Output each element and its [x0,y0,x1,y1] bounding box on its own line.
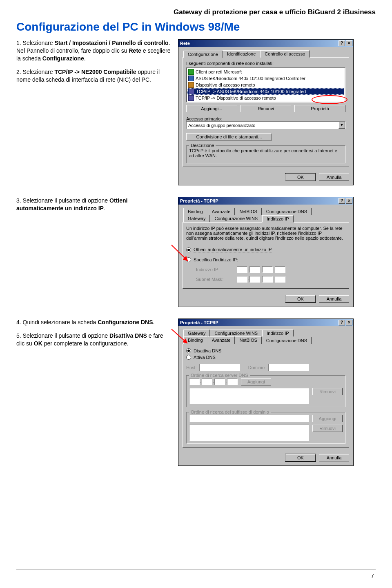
radio-icon [186,355,191,360]
mask-input: ... [237,276,285,283]
help-icon[interactable]: ? [339,40,345,46]
radio-disable-dns[interactable]: Disattiva DNS [186,347,345,354]
dns-search-label: Ordine di ricerca server DNS [189,373,250,378]
doc-header: Gateway di protezione per casa e ufficio… [16,8,376,16]
tab-netbios[interactable]: NetBIOS [235,336,261,344]
list-item[interactable]: Client per reti Microsoft [187,69,344,75]
dialog-tcpip-dns: Proprietà - TCP/IP ? × Gateway Configura… [178,318,354,466]
step1-bold2: Rete [129,47,141,54]
step4-text: 4. Quindi selezionare la scheda [16,319,98,325]
tab-gateway[interactable]: Gateway [183,330,210,336]
remove-button[interactable]: Rimuovi [241,105,292,112]
tab-indirizzo-ip[interactable]: Indirizzo IP [262,215,293,223]
remove-button: Rimuovi [312,425,343,432]
description-label: Descrizione [189,143,216,148]
dialog-title: Proprietà - TCP/IP [180,198,218,203]
mask-label: Subnet Mask: [196,277,233,282]
domain-label: Dominio: [248,365,266,370]
instructions-1: 1. Selezionare Start / Impostazioni / Pa… [16,39,172,185]
list-item[interactable]: Dispositivo di accesso remoto [187,82,344,88]
ok-button[interactable]: OK [285,454,316,461]
help-icon[interactable]: ? [339,198,345,204]
add-button: Aggiungi [312,415,343,422]
step2-bold: TCP/IP -> NE2000 Compatibile [54,69,136,75]
radio-specify-ip[interactable]: Specifica l'indirizzo IP: [186,256,345,263]
tab-conf-wins[interactable]: Configurazione WINS [210,330,262,336]
suffix-input [189,415,309,422]
domain-input [268,364,309,371]
page-rule [16,570,376,570]
radio-label: Attiva DNS [194,355,216,360]
list-item[interactable]: TCP/IP -> Dispositivo di accesso remoto [187,95,344,101]
tab-binding[interactable]: Binding [183,336,207,344]
step4-bold: Configurazione DNS [98,319,153,325]
chevron-down-icon[interactable]: ▼ [339,122,345,129]
tabs: Gateway Configurazione WINS Indirizzo IP… [183,330,349,344]
dialog-title: Proprietà - TCP/IP [180,320,218,325]
step5-bold2: OK [34,340,42,347]
ip-input: ... [237,266,285,273]
properties-button[interactable]: Proprietà [294,105,345,112]
ok-button[interactable]: OK [285,174,316,181]
primary-access-combo[interactable]: Accesso di gruppo personalizzato ▼ [186,121,345,129]
radio-enable-dns[interactable]: Attiva DNS [186,354,345,361]
close-icon[interactable]: × [346,40,352,46]
dialog-titlebar: Rete ? × [178,40,353,47]
tab-conf-dns[interactable]: Configurazione DNS [262,337,312,344]
cancel-button[interactable]: Annulla [319,295,349,303]
close-icon[interactable]: × [346,198,352,204]
tab-controllo-accesso[interactable]: Controllo di accesso [260,50,310,58]
remove-button: Rimuovi [312,388,343,395]
protocol-icon [189,89,194,94]
ok-button[interactable]: OK [285,295,316,303]
add-button: Aggiungi [241,378,271,385]
tab-conf-wins[interactable]: Configurazione WINS [210,215,262,222]
list-item[interactable]: ASUSTeK/Broadcom 440x 10/100 Integrated … [187,75,344,82]
list-item-selected[interactable]: TCP/IP -> ASUSTeK/Broadcom 440x 10/100 I… [187,88,344,95]
add-button[interactable]: Aggiungi... [186,105,237,112]
tab-netbios[interactable]: NetBIOS [235,208,261,215]
dns-ip-input: ... [189,379,238,385]
radio-label: Disattiva DNS [194,348,221,353]
tab-identificazione[interactable]: Identificazione [223,50,260,58]
tab-binding[interactable]: Binding [183,208,207,215]
step3-text: 3. Selezionare il pulsante di opzione [16,197,109,204]
dialog-titlebar: Proprietà - TCP/IP ? × [178,319,353,326]
adapter-icon [188,76,194,81]
step1-end: . [84,55,86,62]
cancel-button[interactable]: Annulla [319,174,349,181]
step5-bold1: Disattiva DNS [109,332,147,339]
ip-description: Un indirizzo IP può essere assegnato aut… [186,226,345,241]
description-text: TCP/IP è il protocollo che permette di u… [189,148,343,160]
radio-label: Ottieni automaticamente un indirizzo IP [194,247,272,252]
step5-text: 5. Selezionare il pulsante di opzione [16,332,109,339]
page-title: Configurazione del PC in Windows 98/Me [16,20,376,33]
tab-conf-dns[interactable]: Configurazione DNS [262,208,312,215]
tab-avanzate[interactable]: Avanzate [207,336,235,344]
list-item-label: Client per reti Microsoft [196,69,242,74]
combo-value: Accesso di gruppo personalizzato [187,123,339,128]
ip-label: Indirizzo IP: [196,267,233,272]
tab-configurazione[interactable]: Configurazione [183,51,223,58]
dialog-rete: Rete ? × Configurazione Identificazione … [178,39,354,185]
tab-gateway[interactable]: Gateway [183,215,210,222]
radio-auto-ip[interactable]: Ottieni automaticamente un indirizzo IP [186,246,345,253]
file-share-button[interactable]: Condivisione di file e stampanti... [186,133,272,140]
step1-text: 1. Selezionare [16,40,54,46]
dns-listbox [189,388,309,404]
tabs: Configurazione Identificazione Controllo… [183,50,349,58]
cancel-button[interactable]: Annulla [319,454,349,461]
tab-indirizzo-ip[interactable]: Indirizzo IP [262,330,293,336]
tab-avanzate[interactable]: Avanzate [207,208,235,215]
primary-access-label: Accesso primario: [186,116,345,121]
close-icon[interactable]: × [346,320,352,325]
radio-icon [186,247,191,252]
radio-icon [186,348,191,353]
help-icon[interactable]: ? [339,320,345,325]
components-listbox[interactable]: Client per reti Microsoft ASUSTeK/Broadc… [186,67,345,102]
components-label: I seguenti componenti di rete sono insta… [186,61,345,66]
host-label: Host: [186,365,197,370]
list-item-label: TCP/IP -> ASUSTeK/Broadcom 440x 10/100 I… [196,89,306,94]
list-item-label: ASUSTeK/Broadcom 440x 10/100 Integrated … [196,76,305,81]
step1-bold1: Start / Impostazioni / Pannello di contr… [54,40,168,46]
